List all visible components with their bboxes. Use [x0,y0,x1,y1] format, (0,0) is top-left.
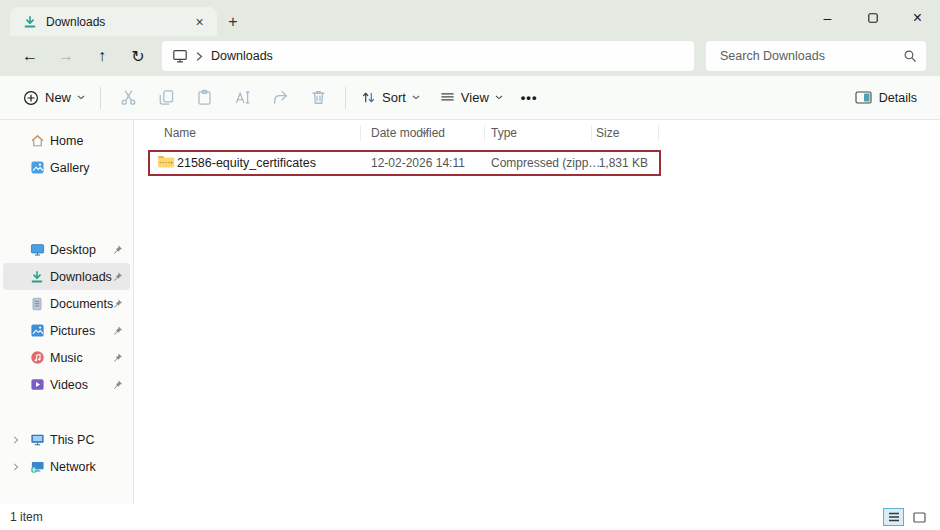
sort-label: Sort [382,90,406,105]
toolbar-divider [100,87,101,109]
column-header-type[interactable]: Type [491,120,517,146]
sidebar-spacer [0,181,133,236]
sidebar-item-desktop[interactable]: Desktop [3,236,130,263]
home-icon [29,133,45,149]
close-button[interactable]: × [895,0,940,36]
ellipsis-icon: ••• [521,90,538,105]
sidebar-item-home[interactable]: Home [3,127,130,154]
column-divider[interactable] [484,125,485,141]
sidebar-item-documents[interactable]: Documents [3,290,130,317]
pin-icon [112,379,123,390]
cut-button[interactable] [109,81,147,115]
column-header-size[interactable]: Size [596,120,619,146]
new-tab-button[interactable]: + [217,7,249,36]
search-input[interactable] [718,48,903,64]
this-pc-icon [29,432,45,448]
sidebar-item-downloads[interactable]: Downloads [3,263,130,290]
expand-chevron-icon[interactable] [13,462,19,471]
videos-icon [29,377,45,393]
navigation-bar: ← → ↑ ↻ Downloads [0,36,940,76]
network-icon [29,459,45,475]
chevron-down-icon [77,95,85,100]
sidebar-label: Home [50,134,83,148]
sidebar-item-videos[interactable]: Videos [3,371,130,398]
delete-button[interactable] [299,81,337,115]
maximize-button[interactable] [850,0,895,36]
address-bar[interactable]: Downloads [162,41,694,71]
large-icons-view-toggle[interactable] [909,508,930,526]
this-pc-icon [172,48,188,64]
up-button[interactable]: ↑ [84,41,120,71]
pin-icon [112,298,123,309]
sort-arrows-icon [361,90,376,105]
share-button[interactable] [261,81,299,115]
file-explorer-window: Downloads × + – × ← → ↑ ↻ Downloads [0,0,940,530]
sidebar-label: Downloads [50,270,112,284]
pictures-icon [29,323,45,339]
view-button[interactable]: View [433,85,510,110]
new-button[interactable]: New [16,85,92,111]
details-pane-button[interactable]: Details [848,85,924,110]
sort-button[interactable]: Sort [354,85,427,110]
sidebar-item-network[interactable]: Network [3,453,130,480]
tab-label: Downloads [46,15,105,29]
column-divider[interactable] [360,125,361,141]
music-icon [29,350,45,366]
toolbar-divider [345,87,346,109]
item-count: 1 item [10,510,43,524]
window-controls: – × [805,0,940,36]
sidebar-label: This PC [50,433,94,447]
minimize-button[interactable]: – [805,0,850,36]
chevron-down-icon [412,95,420,100]
column-header-name[interactable]: Name [164,120,196,146]
download-icon [29,269,45,285]
command-toolbar: New Sort [0,76,940,120]
chevron-down-icon [495,95,503,100]
tab-close-button[interactable]: × [190,12,209,31]
file-size: 1,831 KB [599,152,648,174]
sidebar-label: Videos [50,378,88,392]
sidebar-item-music[interactable]: Music [3,344,130,371]
forward-button[interactable]: → [48,41,84,71]
rename-button[interactable] [223,81,261,115]
status-bar: 1 item [0,504,940,530]
download-icon [23,15,37,29]
more-options-button[interactable]: ••• [514,85,545,110]
view-label: View [461,90,489,105]
new-label: New [45,90,71,105]
details-pane-icon [855,90,872,105]
titlebar: Downloads × + – × [0,0,940,36]
sidebar-item-pictures[interactable]: Pictures [3,317,130,344]
sidebar-label: Music [50,351,83,365]
search-icon[interactable] [903,49,917,63]
file-row-highlighted[interactable]: 21586-equity_certificates 12-02-2026 14:… [148,150,661,176]
body-row: Home Gallery Desktop [0,120,940,504]
column-divider[interactable] [658,125,659,141]
sidebar-label: Gallery [50,161,90,175]
address-path: Downloads [211,49,273,63]
sidebar-label: Desktop [50,243,96,257]
column-header-date-modified[interactable]: Date modified [371,120,445,146]
refresh-button[interactable]: ↻ [120,41,156,71]
sidebar-spacer [0,398,133,426]
back-button[interactable]: ← [12,41,48,71]
details-view-toggle[interactable] [883,508,904,526]
column-divider[interactable] [591,125,592,141]
sidebar-label: Documents [50,297,113,311]
navigation-pane: Home Gallery Desktop [0,120,134,504]
desktop-icon [29,242,45,258]
sidebar-item-this-pc[interactable]: This PC [3,426,130,453]
pin-icon [112,244,123,255]
tab-downloads[interactable]: Downloads × [10,7,217,36]
list-lines-icon [440,90,455,105]
sidebar-label: Pictures [50,324,95,338]
file-date-modified: 12-02-2026 14:11 [371,152,465,174]
sidebar-item-gallery[interactable]: Gallery [3,154,130,181]
pin-icon [112,352,123,363]
sort-direction-chevron-icon[interactable] [420,121,429,139]
copy-button[interactable] [147,81,185,115]
chevron-right-icon[interactable] [196,52,203,61]
paste-button[interactable] [185,81,223,115]
expand-chevron-icon[interactable] [13,435,19,444]
search-box [706,41,926,71]
